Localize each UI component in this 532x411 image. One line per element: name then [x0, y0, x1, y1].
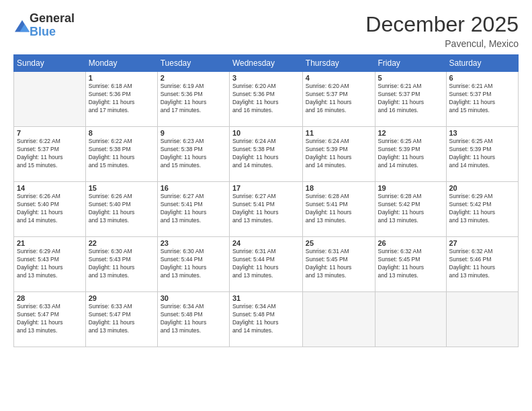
logo-text: General Blue	[30, 12, 75, 39]
day-info: Sunrise: 6:22 AM Sunset: 5:38 PM Dayligh…	[89, 138, 154, 170]
day-info: Sunrise: 6:32 AM Sunset: 5:46 PM Dayligh…	[449, 248, 516, 280]
day-info: Sunrise: 6:18 AM Sunset: 5:36 PM Dayligh…	[89, 83, 154, 115]
day-number: 28	[17, 294, 83, 302]
day-info: Sunrise: 6:24 AM Sunset: 5:39 PM Dayligh…	[306, 138, 372, 170]
table-row: 31Sunrise: 6:34 AM Sunset: 5:48 PM Dayli…	[229, 292, 302, 347]
table-row: 2Sunrise: 6:19 AM Sunset: 5:36 PM Daylig…	[157, 72, 229, 127]
table-row: 23Sunrise: 6:30 AM Sunset: 5:44 PM Dayli…	[157, 237, 229, 292]
table-row: 1Sunrise: 6:18 AM Sunset: 5:36 PM Daylig…	[85, 72, 157, 127]
day-number: 5	[378, 74, 443, 82]
day-number: 22	[89, 239, 154, 247]
table-row: 4Sunrise: 6:20 AM Sunset: 5:37 PM Daylig…	[302, 72, 375, 127]
day-number: 6	[449, 74, 516, 82]
day-info: Sunrise: 6:29 AM Sunset: 5:43 PM Dayligh…	[17, 248, 83, 280]
day-number: 13	[449, 129, 516, 137]
day-number: 11	[306, 129, 372, 137]
calendar-table: Sunday Monday Tuesday Wednesday Thursday…	[13, 54, 519, 347]
calendar-week-row: 14Sunrise: 6:26 AM Sunset: 5:40 PM Dayli…	[14, 182, 519, 237]
col-tuesday: Tuesday	[157, 55, 229, 72]
calendar-week-row: 28Sunrise: 6:33 AM Sunset: 5:47 PM Dayli…	[14, 292, 519, 347]
day-number: 7	[17, 129, 83, 137]
calendar-week-row: 7Sunrise: 6:22 AM Sunset: 5:37 PM Daylig…	[14, 127, 519, 182]
day-number: 23	[161, 239, 226, 247]
day-info: Sunrise: 6:26 AM Sunset: 5:40 PM Dayligh…	[17, 193, 83, 225]
day-number: 10	[232, 129, 300, 137]
table-row: 15Sunrise: 6:26 AM Sunset: 5:40 PM Dayli…	[85, 182, 157, 237]
table-row: 22Sunrise: 6:30 AM Sunset: 5:43 PM Dayli…	[85, 237, 157, 292]
col-friday: Friday	[375, 55, 446, 72]
table-row: 8Sunrise: 6:22 AM Sunset: 5:38 PM Daylig…	[85, 127, 157, 182]
day-info: Sunrise: 6:24 AM Sunset: 5:38 PM Dayligh…	[232, 138, 300, 170]
day-info: Sunrise: 6:19 AM Sunset: 5:36 PM Dayligh…	[161, 83, 226, 115]
day-info: Sunrise: 6:22 AM Sunset: 5:37 PM Dayligh…	[17, 138, 83, 170]
calendar-header-row: Sunday Monday Tuesday Wednesday Thursday…	[14, 55, 519, 72]
table-row	[302, 292, 375, 347]
table-row: 30Sunrise: 6:34 AM Sunset: 5:48 PM Dayli…	[157, 292, 229, 347]
day-number: 18	[306, 184, 372, 192]
day-info: Sunrise: 6:28 AM Sunset: 5:41 PM Dayligh…	[306, 193, 372, 225]
day-info: Sunrise: 6:27 AM Sunset: 5:41 PM Dayligh…	[232, 193, 300, 225]
day-info: Sunrise: 6:33 AM Sunset: 5:47 PM Dayligh…	[89, 303, 154, 335]
day-info: Sunrise: 6:34 AM Sunset: 5:48 PM Dayligh…	[161, 303, 226, 335]
day-info: Sunrise: 6:25 AM Sunset: 5:39 PM Dayligh…	[449, 138, 516, 170]
table-row: 11Sunrise: 6:24 AM Sunset: 5:39 PM Dayli…	[302, 127, 375, 182]
location-title: Pavencul, Mexico	[365, 38, 519, 49]
col-wednesday: Wednesday	[229, 55, 302, 72]
logo-blue: Blue	[30, 26, 75, 39]
day-number: 8	[89, 129, 154, 137]
day-info: Sunrise: 6:33 AM Sunset: 5:47 PM Dayligh…	[17, 303, 83, 335]
day-info: Sunrise: 6:27 AM Sunset: 5:41 PM Dayligh…	[161, 193, 226, 225]
day-info: Sunrise: 6:30 AM Sunset: 5:43 PM Dayligh…	[89, 248, 154, 280]
day-info: Sunrise: 6:31 AM Sunset: 5:45 PM Dayligh…	[306, 248, 372, 280]
table-row: 17Sunrise: 6:27 AM Sunset: 5:41 PM Dayli…	[229, 182, 302, 237]
table-row: 7Sunrise: 6:22 AM Sunset: 5:37 PM Daylig…	[14, 127, 86, 182]
day-number: 30	[161, 294, 226, 302]
table-row: 20Sunrise: 6:29 AM Sunset: 5:42 PM Dayli…	[446, 182, 519, 237]
day-info: Sunrise: 6:21 AM Sunset: 5:37 PM Dayligh…	[378, 83, 443, 115]
day-number: 15	[89, 184, 154, 192]
day-number: 25	[306, 239, 372, 247]
day-info: Sunrise: 6:30 AM Sunset: 5:44 PM Dayligh…	[161, 248, 226, 280]
col-saturday: Saturday	[446, 55, 519, 72]
day-info: Sunrise: 6:26 AM Sunset: 5:40 PM Dayligh…	[89, 193, 154, 225]
day-number: 29	[89, 294, 154, 302]
table-row: 5Sunrise: 6:21 AM Sunset: 5:37 PM Daylig…	[375, 72, 446, 127]
table-row: 24Sunrise: 6:31 AM Sunset: 5:44 PM Dayli…	[229, 237, 302, 292]
table-row: 26Sunrise: 6:32 AM Sunset: 5:45 PM Dayli…	[375, 237, 446, 292]
day-number: 3	[232, 74, 300, 82]
day-number: 24	[232, 239, 300, 247]
day-number: 2	[161, 74, 226, 82]
table-row: 10Sunrise: 6:24 AM Sunset: 5:38 PM Dayli…	[229, 127, 302, 182]
calendar-week-row: 21Sunrise: 6:29 AM Sunset: 5:43 PM Dayli…	[14, 237, 519, 292]
day-number: 20	[449, 184, 516, 192]
day-number: 19	[378, 184, 443, 192]
title-block: December 2025 Pavencul, Mexico	[365, 12, 519, 49]
table-row: 16Sunrise: 6:27 AM Sunset: 5:41 PM Dayli…	[157, 182, 229, 237]
table-row: 21Sunrise: 6:29 AM Sunset: 5:43 PM Dayli…	[14, 237, 86, 292]
calendar-week-row: 1Sunrise: 6:18 AM Sunset: 5:36 PM Daylig…	[14, 72, 519, 127]
day-info: Sunrise: 6:31 AM Sunset: 5:44 PM Dayligh…	[232, 248, 300, 280]
day-number: 27	[449, 239, 516, 247]
day-number: 4	[306, 74, 372, 82]
col-thursday: Thursday	[302, 55, 375, 72]
header: General Blue December 2025 Pavencul, Mex…	[13, 12, 519, 49]
day-info: Sunrise: 6:29 AM Sunset: 5:42 PM Dayligh…	[449, 193, 516, 225]
logo-icon	[15, 18, 30, 33]
day-info: Sunrise: 6:23 AM Sunset: 5:38 PM Dayligh…	[161, 138, 226, 170]
day-number: 31	[232, 294, 300, 302]
table-row: 18Sunrise: 6:28 AM Sunset: 5:41 PM Dayli…	[302, 182, 375, 237]
logo-general: General	[30, 12, 75, 26]
table-row: 13Sunrise: 6:25 AM Sunset: 5:39 PM Dayli…	[446, 127, 519, 182]
day-info: Sunrise: 6:32 AM Sunset: 5:45 PM Dayligh…	[378, 248, 443, 280]
day-number: 17	[232, 184, 300, 192]
table-row: 9Sunrise: 6:23 AM Sunset: 5:38 PM Daylig…	[157, 127, 229, 182]
day-info: Sunrise: 6:25 AM Sunset: 5:39 PM Dayligh…	[378, 138, 443, 170]
table-row: 29Sunrise: 6:33 AM Sunset: 5:47 PM Dayli…	[85, 292, 157, 347]
day-number: 26	[378, 239, 443, 247]
table-row: 25Sunrise: 6:31 AM Sunset: 5:45 PM Dayli…	[302, 237, 375, 292]
table-row: 12Sunrise: 6:25 AM Sunset: 5:39 PM Dayli…	[375, 127, 446, 182]
table-row	[14, 72, 86, 127]
table-row: 14Sunrise: 6:26 AM Sunset: 5:40 PM Dayli…	[14, 182, 86, 237]
table-row: 3Sunrise: 6:20 AM Sunset: 5:36 PM Daylig…	[229, 72, 302, 127]
day-info: Sunrise: 6:20 AM Sunset: 5:37 PM Dayligh…	[306, 83, 372, 115]
